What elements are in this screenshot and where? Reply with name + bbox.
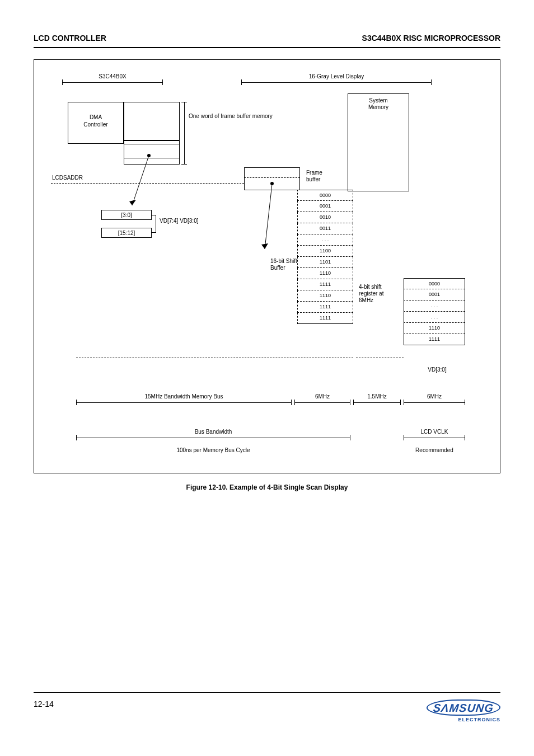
rcell-1110: 1110 (404, 323, 465, 334)
samsung-logo-block: SΛMSUNG ELECTRONICS (427, 699, 500, 722)
framebuffer-box (124, 102, 180, 140)
rcell-dots2: . . . (404, 312, 465, 323)
bracket-bw (76, 402, 292, 403)
svg-marker-3 (261, 243, 268, 249)
rcell-1111: 1111 (404, 334, 465, 345)
dp-3-0: [3:0] (101, 210, 152, 220)
rcell-0000: 0000 (404, 278, 465, 289)
figure-container: S3C44B0X 16-Gray Level Display DMA Contr… (34, 59, 500, 473)
svg-line-0 (132, 156, 149, 205)
cell-1110b: 1110 (297, 290, 353, 302)
label-recommended: Recommended (404, 447, 465, 453)
cell-1111: 1111 (297, 279, 353, 290)
bracket-6mhz-a (294, 402, 350, 403)
label-6mhz-a: 6MHz (294, 393, 350, 400)
label-frame-buffer: Frame buffer (306, 170, 340, 183)
bracket-vclk (404, 438, 465, 438)
dashed-baseline (76, 358, 353, 358)
label-buffer-right: 4-bit shift register at 6MHz (359, 284, 398, 304)
cell-0000: 0000 (297, 190, 353, 201)
cell-stack-right: 0000 0001 . . . . . . 1110 1111 (404, 278, 465, 345)
dp-15-12: [15:12] (101, 228, 152, 238)
cell-0011: 0011 (297, 223, 353, 234)
figure-caption: Figure 12-10. Example of 4-Bit Single Sc… (34, 483, 500, 491)
svg-marker-1 (129, 200, 136, 205)
arrow-left (101, 154, 168, 215)
vbracket-word (184, 102, 185, 165)
label-6mhz-b: 6MHz (404, 393, 465, 400)
label-busbw: Bus Bandwidth (76, 429, 350, 435)
page-footer: 12-14 SΛMSUNG ELECTRONICS (34, 692, 500, 722)
label-bw: 15MHz Bandwidth Memory Bus (76, 393, 292, 400)
svg-line-2 (265, 184, 272, 249)
electronics-label: ELECTRONICS (427, 717, 500, 722)
label-vd30: VD[3:0] (409, 367, 465, 373)
cell-stack-mid: 0000 0001 0010 0011 . . . 1100 1101 1110… (297, 190, 353, 324)
cell-dots: . . . (297, 234, 353, 246)
system-memory-title: System Memory (368, 97, 388, 110)
rcell-0001: 0001 (404, 289, 465, 300)
bracket-s3c44b0x (62, 82, 163, 83)
bracket-busbw (76, 438, 350, 438)
label-buffer-left: 16-bit Shift Buffer (270, 258, 310, 271)
label-display: 16-Gray Level Display (241, 73, 432, 79)
arrow-mid (258, 183, 292, 256)
vd74-vd30: VD[7:4] VD[3:0] (160, 218, 199, 224)
cell-0001: 0001 (297, 201, 353, 212)
header-left: LCD CONTROLLER (34, 34, 106, 43)
page-number: 12-14 (34, 699, 54, 708)
label-one-word: One word of frame buffer memory (189, 113, 233, 120)
system-memory-box: System Memory (348, 93, 409, 191)
bracket-1.5mhz (353, 402, 401, 403)
label-buscycle: 100ns per Memory Bus Cycle (76, 447, 350, 453)
cell-1100: 1100 (297, 246, 353, 257)
cell-0010: 0010 (297, 212, 353, 223)
page-header: LCD CONTROLLER S3C44B0X RISC MICROPROCES… (34, 34, 500, 48)
cell-1111b: 1111 (297, 302, 353, 313)
rcell-dots1: . . . (404, 300, 465, 312)
dma-box: DMA Controller (68, 102, 124, 144)
label-vclk: LCD VCLK (404, 429, 465, 435)
bracket-display (241, 82, 432, 83)
bracket-6mhz-b (404, 402, 465, 403)
cell-bot: 1111 (297, 313, 353, 324)
dma-title: DMA Controller (83, 114, 107, 128)
label-s3c44b0x: S3C44B0X (62, 73, 163, 79)
header-right: S3C44B0X RISC MICROPROCESSOR (362, 34, 500, 43)
label-1.5mhz: 1.5MHz (353, 393, 401, 400)
samsung-logo: SΛMSUNG (425, 699, 501, 716)
label-lcdsaddr: LCDSADDR (52, 175, 83, 181)
